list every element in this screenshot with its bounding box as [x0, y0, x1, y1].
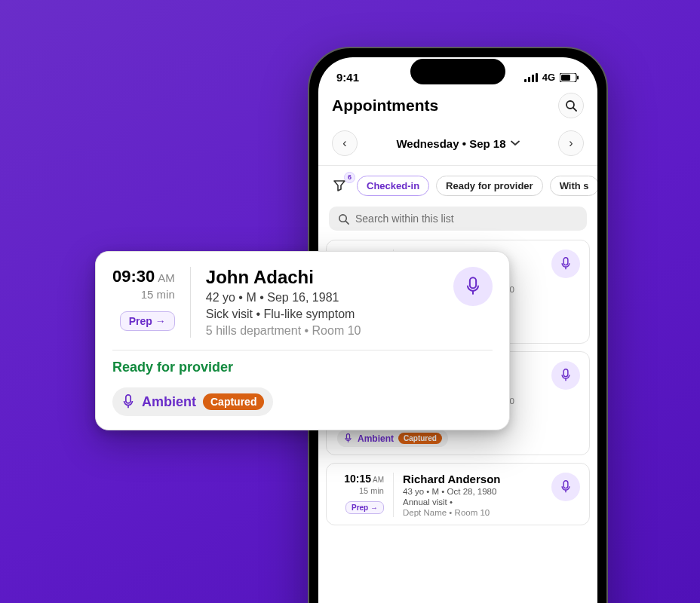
mic-icon	[559, 480, 573, 494]
prev-day-button[interactable]: ‹	[332, 130, 358, 156]
ambient-label: Ambient	[142, 394, 196, 410]
mic-button[interactable]	[551, 473, 580, 501]
appointment-card-expanded[interactable]: 09:30AM 15 min Prep → John Adachi 42 yo …	[95, 251, 510, 430]
mic-button[interactable]	[551, 361, 580, 390]
battery-icon	[560, 73, 579, 82]
search-icon	[338, 213, 349, 225]
status-label: Ready for provider	[112, 360, 493, 375]
svg-rect-1	[528, 77, 530, 82]
svg-rect-5	[561, 75, 570, 81]
svg-line-8	[573, 108, 576, 111]
status-time: 9:41	[336, 71, 359, 84]
visit-reason: Sick visit • Flu-like symptom	[206, 308, 361, 321]
chevron-down-icon	[511, 140, 520, 146]
patient-name: John Adachi	[206, 267, 361, 288]
mic-icon	[121, 394, 135, 409]
location: 5 hills department • Room 10	[206, 324, 361, 338]
mic-button[interactable]	[551, 249, 580, 278]
mic-icon	[464, 277, 482, 296]
mic-icon	[343, 433, 353, 443]
svg-rect-11	[563, 258, 568, 265]
appt-duration: 15 min	[112, 288, 175, 301]
chevron-left-icon: ‹	[342, 136, 346, 150]
mic-icon	[559, 369, 573, 382]
ambient-pill[interactable]: Ambient Captured	[112, 387, 273, 416]
date-navigator: ‹ Wednesday • Sep 18 ›	[318, 126, 597, 166]
filter-badge: 6	[344, 172, 355, 183]
svg-rect-23	[126, 395, 130, 403]
svg-rect-3	[536, 73, 538, 82]
mic-button[interactable]	[453, 267, 493, 306]
appt-time: 09:30	[112, 267, 155, 286]
search-input[interactable]: Search within this list	[329, 207, 587, 231]
svg-rect-15	[563, 369, 568, 377]
captured-badge: Captured	[203, 393, 264, 410]
svg-rect-19	[563, 481, 568, 488]
next-day-button[interactable]: ›	[558, 130, 584, 156]
mic-icon	[559, 257, 573, 271]
search-icon	[565, 99, 577, 112]
svg-rect-0	[524, 79, 527, 82]
captured-badge: Captured	[398, 433, 442, 444]
prep-button[interactable]: Prep →	[120, 311, 175, 331]
filter-chip-with[interactable]: With s	[550, 176, 597, 196]
svg-rect-17	[346, 434, 349, 439]
svg-rect-2	[532, 75, 534, 82]
ambient-pill[interactable]: Ambient Captured	[337, 430, 448, 447]
phone-notch	[410, 59, 505, 84]
patient-meta: 42 yo • M • Sep 16, 1981	[206, 291, 361, 305]
search-button[interactable]	[558, 93, 584, 118]
svg-line-10	[345, 221, 348, 224]
date-picker[interactable]: Wednesday • Sep 18	[396, 137, 519, 150]
signal-icon	[524, 73, 538, 82]
filter-button[interactable]: 6	[329, 175, 350, 196]
status-right: 4G	[524, 72, 579, 83]
filter-chip-checked-in[interactable]: Checked-in	[357, 176, 429, 196]
filter-row: 6 Checked-in Ready for provider With s	[318, 166, 597, 204]
appt-ampm: AM	[158, 271, 175, 284]
chevron-right-icon: ›	[569, 136, 573, 150]
current-date: Wednesday • Sep 18	[396, 137, 505, 150]
filter-chip-ready[interactable]: Ready for provider	[436, 176, 543, 196]
page-header: Appointments	[318, 87, 597, 126]
svg-rect-21	[470, 277, 476, 288]
network-label: 4G	[542, 72, 555, 83]
page-title: Appointments	[332, 96, 438, 115]
svg-rect-6	[577, 75, 579, 79]
search-placeholder: Search within this list	[355, 213, 454, 225]
appointment-card[interactable]: 10:15AM 15 min Prep → Richard Anderson 4…	[326, 463, 590, 525]
prep-button[interactable]: Prep →	[345, 501, 384, 514]
